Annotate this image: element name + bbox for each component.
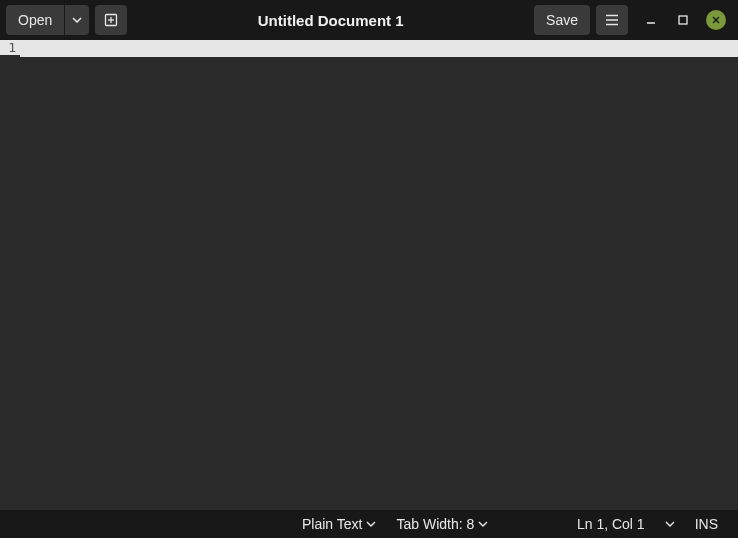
line-number-gutter: 1 — [0, 40, 20, 510]
chevron-down-icon — [72, 17, 82, 23]
cursor-position: Ln 1, Col 1 — [567, 510, 655, 538]
statusbar: Plain Text Tab Width: 8 Ln 1, Col 1 INS — [0, 510, 738, 538]
minimize-button[interactable] — [642, 11, 660, 29]
minimize-icon — [645, 14, 657, 26]
hamburger-menu-button[interactable] — [596, 5, 628, 35]
close-button[interactable] — [706, 10, 726, 30]
window-controls — [634, 10, 732, 30]
new-tab-button[interactable] — [95, 5, 127, 35]
tab-width-selector[interactable]: Tab Width: 8 — [386, 510, 498, 538]
insert-mode-toggle[interactable]: INS — [685, 510, 728, 538]
open-recent-dropdown-button[interactable] — [65, 5, 89, 35]
cursor-position-label: Ln 1, Col 1 — [577, 516, 645, 532]
svg-rect-7 — [679, 16, 687, 24]
chevron-down-icon — [478, 521, 488, 527]
line-number: 1 — [0, 40, 20, 55]
chevron-down-icon — [665, 521, 675, 527]
titlebar: Open Untitled Document 1 Save — [0, 0, 738, 40]
document-title: Untitled Document 1 — [133, 12, 528, 29]
insert-mode-label: INS — [695, 516, 718, 532]
text-editor[interactable] — [20, 40, 738, 510]
save-button[interactable]: Save — [534, 5, 590, 35]
syntax-mode-selector[interactable]: Plain Text — [292, 510, 386, 538]
close-icon — [711, 15, 721, 25]
maximize-icon — [677, 14, 689, 26]
chevron-down-icon — [366, 521, 376, 527]
maximize-button[interactable] — [674, 11, 692, 29]
tab-width-label: Tab Width: 8 — [396, 516, 474, 532]
editor-area: 1 — [0, 40, 738, 510]
open-button[interactable]: Open — [6, 5, 64, 35]
goto-line-selector[interactable] — [655, 510, 685, 538]
new-tab-icon — [103, 12, 119, 28]
hamburger-icon — [605, 14, 619, 26]
syntax-mode-label: Plain Text — [302, 516, 362, 532]
current-line-highlight — [20, 40, 738, 57]
